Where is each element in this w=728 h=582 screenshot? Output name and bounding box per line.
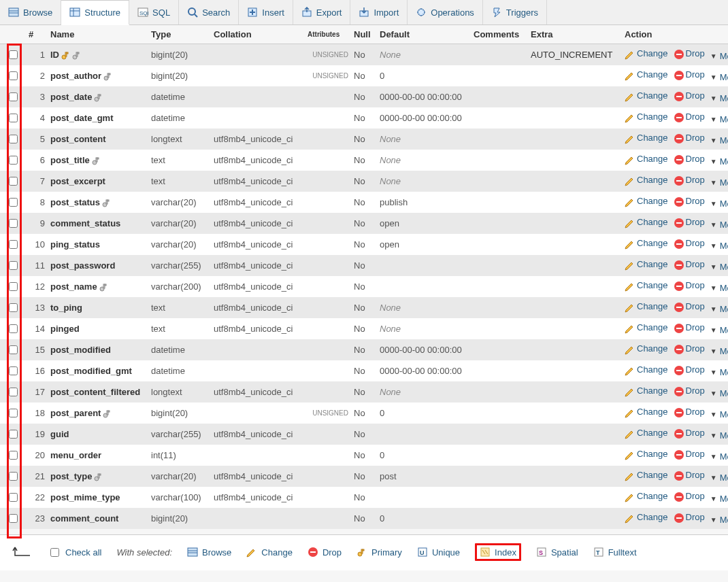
column-name[interactable]: menu_order [48, 445, 148, 466]
drop-link[interactable]: Drop [674, 364, 705, 375]
change-link[interactable]: Change [625, 280, 668, 290]
row-checkbox[interactable] [9, 430, 18, 439]
column-name[interactable]: post_name [48, 276, 148, 297]
row-checkbox[interactable] [9, 135, 18, 143]
drop-link[interactable]: Drop [674, 196, 705, 206]
change-link[interactable]: Change [625, 154, 668, 164]
more-link[interactable]: ▼More [710, 93, 728, 103]
column-name[interactable]: post_date [48, 86, 148, 107]
column-name[interactable]: post_content_filtered [48, 381, 148, 403]
more-link[interactable]: ▼More [710, 367, 728, 377]
more-link[interactable]: ▼More [710, 114, 728, 124]
drop-link[interactable]: Drop [674, 386, 705, 396]
column-name[interactable]: post_author [48, 65, 148, 86]
column-name[interactable]: post_password [48, 255, 148, 276]
bulk-change[interactable]: Change [246, 547, 293, 558]
row-checkbox[interactable] [9, 345, 18, 354]
row-checkbox[interactable] [9, 71, 18, 80]
change-link[interactable]: Change [625, 133, 668, 143]
row-checkbox[interactable] [9, 303, 18, 312]
more-link[interactable]: ▼More [710, 51, 728, 61]
row-checkbox[interactable] [9, 409, 18, 417]
header-attributes[interactable]: Attributes [305, 25, 351, 44]
column-name[interactable]: post_excerpt [48, 171, 148, 192]
more-link[interactable]: ▼More [710, 473, 728, 483]
tab-triggers[interactable]: Triggers [483, 0, 547, 24]
tab-browse[interactable]: Browse [0, 0, 61, 24]
header-default[interactable]: Default [377, 25, 471, 44]
row-checkbox[interactable] [9, 261, 18, 270]
column-name[interactable]: post_status [48, 192, 148, 213]
row-checkbox[interactable] [9, 451, 18, 460]
more-link[interactable]: ▼More [710, 346, 728, 356]
change-link[interactable]: Change [625, 217, 668, 227]
header-collation[interactable]: Collation [211, 25, 305, 44]
more-link[interactable]: ▼More [710, 241, 728, 251]
row-checkbox[interactable] [9, 198, 18, 207]
row-checkbox[interactable] [9, 514, 18, 523]
more-link[interactable]: ▼More [710, 451, 728, 462]
row-checkbox[interactable] [9, 324, 18, 333]
row-checkbox[interactable] [9, 388, 18, 396]
header-comments[interactable]: Comments [471, 25, 528, 44]
drop-link[interactable]: Drop [674, 428, 705, 438]
drop-link[interactable]: Drop [674, 133, 705, 143]
more-link[interactable]: ▼More [710, 156, 728, 167]
change-link[interactable]: Change [625, 90, 668, 101]
drop-link[interactable]: Drop [674, 470, 705, 480]
more-link[interactable]: ▼More [710, 135, 728, 146]
more-link[interactable]: ▼More [710, 220, 728, 230]
more-link[interactable]: ▼More [710, 72, 728, 82]
drop-link[interactable]: Drop [674, 491, 705, 501]
more-link[interactable]: ▼More [710, 515, 728, 525]
tab-structure[interactable]: Structure [61, 0, 129, 25]
row-checkbox[interactable] [9, 472, 18, 481]
drop-link[interactable]: Drop [674, 238, 705, 248]
header-null[interactable]: Null [351, 25, 377, 44]
row-checkbox[interactable] [9, 366, 18, 375]
row-checkbox[interactable] [9, 219, 18, 228]
more-link[interactable]: ▼More [710, 177, 728, 188]
drop-link[interactable]: Drop [674, 217, 705, 227]
tab-sql[interactable]: SQL [129, 0, 179, 24]
header-name[interactable]: Name [48, 25, 148, 44]
tab-insert[interactable]: Insert [239, 0, 293, 24]
column-name[interactable]: post_modified_gmt [48, 360, 148, 381]
more-link[interactable]: ▼More [710, 325, 728, 335]
row-checkbox[interactable] [9, 114, 18, 122]
change-link[interactable]: Change [625, 428, 668, 438]
row-checkbox[interactable] [9, 50, 18, 59]
drop-link[interactable]: Drop [674, 343, 705, 354]
check-all[interactable]: Check all [48, 546, 101, 559]
column-name[interactable]: post_title [48, 150, 148, 171]
header-extra[interactable]: Extra [528, 25, 622, 44]
tab-export[interactable]: Export [293, 0, 351, 24]
row-checkbox[interactable] [9, 240, 18, 249]
column-name[interactable]: to_ping [48, 297, 148, 318]
bulk-index[interactable]: Index [475, 543, 521, 561]
change-link[interactable]: Change [625, 112, 668, 122]
column-name[interactable]: post_date_gmt [48, 107, 148, 129]
bulk-spatial[interactable]: Spatial [536, 547, 578, 558]
row-checkbox[interactable] [9, 156, 18, 165]
change-link[interactable]: Change [625, 449, 668, 459]
check-all-checkbox[interactable] [50, 548, 59, 557]
more-link[interactable]: ▼More [710, 262, 728, 272]
drop-link[interactable]: Drop [674, 512, 705, 522]
more-link[interactable]: ▼More [710, 283, 728, 293]
drop-link[interactable]: Drop [674, 259, 705, 269]
change-link[interactable]: Change [625, 407, 668, 417]
more-link[interactable]: ▼More [710, 430, 728, 441]
more-link[interactable]: ▼More [710, 409, 728, 420]
drop-link[interactable]: Drop [674, 112, 705, 122]
change-link[interactable]: Change [625, 69, 668, 80]
row-checkbox[interactable] [9, 92, 18, 101]
row-checkbox[interactable] [9, 493, 18, 502]
column-name[interactable]: post_content [48, 129, 148, 150]
drop-link[interactable]: Drop [674, 407, 705, 417]
change-link[interactable]: Change [625, 259, 668, 269]
column-name[interactable]: post_modified [48, 339, 148, 360]
drop-link[interactable]: Drop [674, 90, 705, 101]
drop-link[interactable]: Drop [674, 69, 705, 80]
bulk-primary[interactable]: Primary [357, 547, 402, 558]
